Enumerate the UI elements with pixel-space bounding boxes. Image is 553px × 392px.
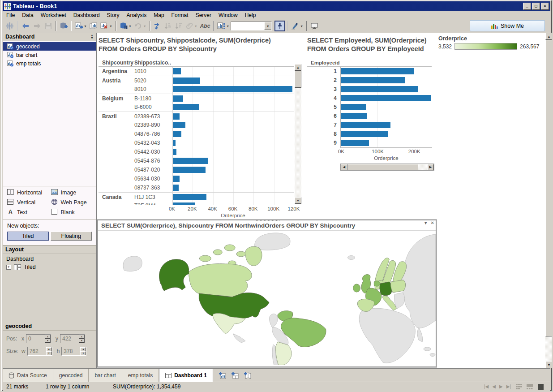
spin-up-icon[interactable]: ▲	[80, 347, 86, 351]
world-map[interactable]	[98, 231, 436, 365]
orderprice-bar[interactable]	[173, 149, 176, 155]
spin-up-icon[interactable]: ▲	[46, 347, 52, 351]
orderprice-bar[interactable]	[341, 104, 366, 110]
panel-resize-icon[interactable]: ▲▼	[90, 34, 94, 39]
minimize-button[interactable]: _	[523, 3, 531, 10]
layout-tree-item[interactable]: + Tiled	[6, 264, 93, 270]
orderprice-bar[interactable]	[173, 176, 180, 182]
menu-item-map[interactable]: Map	[150, 12, 167, 19]
height-stepper[interactable]: 378 ▲▼	[61, 347, 86, 356]
sort-ascending-button[interactable]	[163, 21, 174, 31]
emp-totals-zone[interactable]: SELECT EmployeeId, SUM(Orderprice) FROM …	[307, 36, 438, 172]
orderprice-bar[interactable]	[173, 68, 181, 74]
swap-rows-columns-button[interactable]	[152, 21, 163, 31]
spin-down-icon[interactable]: ▼	[45, 339, 51, 343]
orderprice-bar[interactable]	[173, 86, 292, 92]
menu-item-story[interactable]: Story	[103, 12, 123, 19]
spinner-buttons[interactable]: ▲▼	[80, 347, 86, 355]
zone-remove-icon[interactable]: ✕	[431, 220, 434, 225]
menu-item-worksheet[interactable]: Worksheet	[37, 12, 70, 19]
fix-axes-pin-button[interactable]	[274, 21, 285, 31]
orderprice-bar[interactable]	[173, 158, 208, 164]
menu-item-data[interactable]: Data	[18, 12, 37, 19]
object-item-text[interactable]: AText	[7, 209, 51, 216]
scroll-up-icon[interactable]: ▲	[295, 64, 301, 71]
scrollbar-thumb[interactable]	[545, 40, 553, 336]
orderprice-bar[interactable]	[173, 95, 183, 102]
orderprice-bar[interactable]	[341, 86, 418, 92]
tab-dashboard-1[interactable]: Dashboard 1	[159, 369, 213, 382]
menu-item-window[interactable]: Window	[215, 12, 241, 19]
close-button[interactable]: ✕	[541, 3, 549, 10]
presentation-mode-button[interactable]	[309, 21, 320, 31]
sidebar-sheet-bar-chart[interactable]: bar chart	[3, 51, 96, 59]
show-me-button[interactable]: Show Me	[470, 20, 545, 31]
fit-combo-box[interactable]: ▼	[231, 22, 272, 30]
show-mark-labels-button[interactable]: Abc	[199, 21, 212, 31]
filmstrip-view-icon[interactable]	[526, 383, 533, 390]
spinner-buttons[interactable]: ▲▼	[45, 335, 51, 343]
run-update-button[interactable]: ▼	[133, 21, 148, 31]
spin-down-icon[interactable]: ▼	[79, 339, 85, 343]
scrollbar-track[interactable]	[418, 164, 427, 170]
scrollbar-track[interactable]	[295, 88, 301, 197]
zone-drag-handle[interactable]	[254, 220, 279, 223]
bar-chart-scrollbar[interactable]: ▲ ▼	[295, 64, 301, 204]
tab-geocoded[interactable]: geocoded	[53, 369, 89, 382]
group-members-button[interactable]: ▼	[184, 21, 199, 31]
menu-item-format[interactable]: Format	[168, 12, 192, 19]
orderprice-bar[interactable]	[173, 185, 179, 191]
scroll-right-icon[interactable]: ▶	[427, 164, 434, 170]
new-dashboard-tab-icon[interactable]	[231, 372, 239, 379]
object-item-blank[interactable]: Blank	[51, 209, 95, 216]
map-zone[interactable]: ▼ ✕ SELECT SUM(Orderprice), Shipcountry …	[97, 220, 437, 367]
tableau-logo-button[interactable]	[4, 21, 15, 31]
sidebar-sheet-emp-totals[interactable]: emp totals	[3, 59, 96, 68]
emp-chart-scrollbar[interactable]: ◀ ▶	[340, 164, 434, 171]
orderprice-bar[interactable]	[341, 131, 388, 137]
highlight-button[interactable]: ▼	[290, 21, 304, 31]
new-story-tab-icon[interactable]	[244, 372, 252, 379]
duplicate-sheet-button[interactable]	[88, 21, 99, 31]
new-worksheet-tab-icon[interactable]	[219, 372, 227, 379]
scroll-down-icon[interactable]: ▼	[545, 361, 553, 368]
spin-up-icon[interactable]: ▲	[79, 335, 85, 339]
object-item-vertical[interactable]: Vertical	[7, 199, 51, 206]
maximize-button[interactable]: □	[532, 3, 540, 10]
last-sheet-icon[interactable]: ▶|	[506, 384, 511, 389]
spinner-buttons[interactable]: ▲▼	[46, 347, 52, 355]
orderprice-bar[interactable]	[341, 68, 414, 74]
x-position-stepper[interactable]: 0 ▲▼	[26, 334, 51, 343]
orderprice-bar[interactable]	[173, 78, 200, 84]
orderprice-bar[interactable]	[173, 104, 199, 110]
bar-chart-zone[interactable]: SELECT Shipcountry, Shippostalcode, SUM(…	[99, 36, 301, 222]
sort-descending-button[interactable]	[174, 21, 184, 31]
scroll-left-icon[interactable]: ◀	[341, 164, 347, 170]
tab-emp-totals[interactable]: emp totals	[122, 369, 159, 382]
scrollbar-thumb[interactable]	[347, 164, 418, 170]
object-item-web-page[interactable]: Web Page	[51, 199, 95, 206]
scrollbar-thumb[interactable]	[295, 71, 301, 88]
floating-button[interactable]: Floating	[51, 232, 92, 241]
orderprice-bar[interactable]	[173, 140, 176, 146]
scroll-up-icon[interactable]: ▲	[545, 33, 553, 40]
new-worksheet-button[interactable]: ▼	[73, 21, 88, 31]
orderprice-bar[interactable]	[341, 95, 431, 101]
object-item-image[interactable]: Image	[51, 189, 95, 196]
sheet-sorter-icon[interactable]	[515, 383, 523, 390]
menu-item-dashboard[interactable]: Dashboard	[70, 12, 103, 19]
menu-item-server[interactable]: Server	[192, 12, 215, 19]
spin-down-icon[interactable]: ▼	[46, 351, 52, 355]
next-sheet-icon[interactable]: ▶	[499, 384, 503, 389]
first-sheet-icon[interactable]: |◀	[484, 384, 489, 389]
scrollbar-track[interactable]	[545, 336, 553, 361]
spin-up-icon[interactable]: ▲	[45, 335, 51, 339]
tiled-button[interactable]: Tiled	[7, 232, 49, 241]
y-position-stepper[interactable]: 422 ▲▼	[60, 334, 85, 343]
orderprice-bar[interactable]	[173, 167, 206, 173]
undo-button[interactable]	[20, 21, 31, 31]
tree-expand-icon[interactable]: +	[6, 265, 11, 270]
spin-down-icon[interactable]: ▼	[80, 351, 86, 355]
show-sheet-view-icon[interactable]	[537, 383, 544, 390]
orderprice-bar[interactable]	[341, 113, 367, 119]
